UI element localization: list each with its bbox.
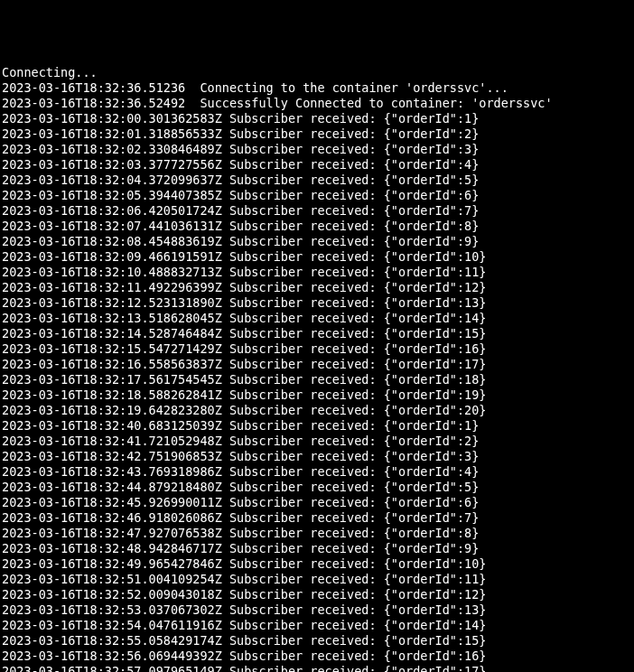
log-line: 2023-03-16T18:32:15.547271429Z Subscribe… — [2, 341, 632, 357]
log-line: 2023-03-16T18:32:56.069449392Z Subscribe… — [2, 649, 632, 664]
log-line: 2023-03-16T18:32:51.004109254Z Subscribe… — [2, 572, 632, 587]
log-line: 2023-03-16T18:32:12.523131890Z Subscribe… — [2, 295, 632, 311]
connecting-line: Connecting... — [2, 65, 632, 80]
log-line: 2023-03-16T18:32:07.441036131Z Subscribe… — [2, 219, 632, 234]
log-line: 2023-03-16T18:32:11.492296399Z Subscribe… — [2, 280, 632, 295]
log-line: 2023-03-16T18:32:05.394407385Z Subscribe… — [2, 188, 632, 203]
log-line: 2023-03-16T18:32:53.037067302Z Subscribe… — [2, 602, 632, 618]
log-line: 2023-03-16T18:32:57.097965149Z Subscribe… — [2, 664, 632, 672]
log-line: 2023-03-16T18:32:16.558563837Z Subscribe… — [2, 357, 632, 372]
log-line: 2023-03-16T18:32:40.683125039Z Subscribe… — [2, 418, 632, 434]
terminal-output: Connecting...2023-03-16T18:32:36.51236 C… — [2, 65, 632, 672]
log-line: 2023-03-16T18:32:18.588262841Z Subscribe… — [2, 387, 632, 403]
connect-success-line: 2023-03-16T18:32:36.52492 Successfully C… — [2, 96, 632, 111]
log-line: 2023-03-16T18:32:45.926990011Z Subscribe… — [2, 495, 632, 510]
log-line: 2023-03-16T18:32:41.721052948Z Subscribe… — [2, 434, 632, 449]
log-line: 2023-03-16T18:32:01.318856533Z Subscribe… — [2, 126, 632, 142]
connect-attempt-line: 2023-03-16T18:32:36.51236 Connecting to … — [2, 80, 632, 96]
log-line: 2023-03-16T18:32:00.301362583Z Subscribe… — [2, 111, 632, 126]
log-line: 2023-03-16T18:32:17.561754545Z Subscribe… — [2, 372, 632, 387]
log-line: 2023-03-16T18:32:42.751906853Z Subscribe… — [2, 449, 632, 464]
log-line: 2023-03-16T18:32:19.642823280Z Subscribe… — [2, 403, 632, 418]
log-line: 2023-03-16T18:32:13.518628045Z Subscribe… — [2, 311, 632, 326]
log-line: 2023-03-16T18:32:46.918026086Z Subscribe… — [2, 510, 632, 526]
log-line: 2023-03-16T18:32:14.528746484Z Subscribe… — [2, 326, 632, 341]
log-line: 2023-03-16T18:32:49.965427846Z Subscribe… — [2, 556, 632, 572]
log-line: 2023-03-16T18:32:02.330846489Z Subscribe… — [2, 142, 632, 157]
log-line: 2023-03-16T18:32:09.466191591Z Subscribe… — [2, 249, 632, 265]
log-line: 2023-03-16T18:32:04.372099637Z Subscribe… — [2, 173, 632, 188]
log-line: 2023-03-16T18:32:48.942846717Z Subscribe… — [2, 541, 632, 556]
log-line: 2023-03-16T18:32:08.454883619Z Subscribe… — [2, 234, 632, 249]
log-line: 2023-03-16T18:32:47.927076538Z Subscribe… — [2, 526, 632, 541]
log-line: 2023-03-16T18:32:06.420501724Z Subscribe… — [2, 203, 632, 219]
log-line: 2023-03-16T18:32:54.047611916Z Subscribe… — [2, 618, 632, 633]
log-line: 2023-03-16T18:32:10.488832713Z Subscribe… — [2, 265, 632, 280]
log-line: 2023-03-16T18:32:03.377727556Z Subscribe… — [2, 157, 632, 173]
log-line: 2023-03-16T18:32:52.009043018Z Subscribe… — [2, 587, 632, 602]
log-line: 2023-03-16T18:32:44.879218480Z Subscribe… — [2, 480, 632, 495]
log-line: 2023-03-16T18:32:55.058429174Z Subscribe… — [2, 633, 632, 649]
log-line: 2023-03-16T18:32:43.769318986Z Subscribe… — [2, 464, 632, 480]
